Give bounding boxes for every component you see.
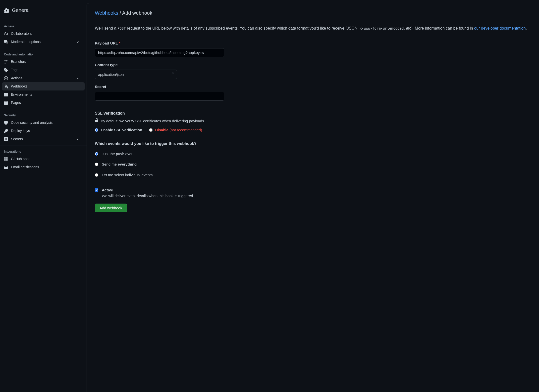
ssl-note: By default, we verify SSL certificates w…	[95, 118, 531, 124]
sidebar-label: General	[12, 6, 30, 14]
sidebar-label: Environments	[11, 92, 32, 97]
required-asterisk: *	[119, 41, 120, 45]
asterisk-icon	[4, 137, 8, 141]
gear-icon	[4, 8, 9, 13]
sidebar-label: Code security and analysis	[11, 120, 53, 125]
sidebar-label: Deploy keys	[11, 128, 30, 133]
secret-input[interactable]	[95, 92, 224, 101]
post-code: POST	[117, 26, 126, 30]
comment-discussion-icon	[4, 40, 8, 44]
divider	[95, 21, 531, 21]
browser-icon	[4, 101, 8, 105]
ssl-disable-radio[interactable]	[149, 128, 153, 132]
sidebar-label: Moderation options	[11, 39, 41, 44]
sidebar-heading-security: Security	[0, 111, 87, 119]
chevron-down-icon	[76, 40, 80, 44]
sidebar-label: Webhooks	[11, 84, 27, 89]
divider	[0, 145, 87, 145]
shield-icon	[4, 121, 8, 125]
breadcrumb-current: Add webhook	[122, 10, 152, 16]
sidebar-label: Secrets	[11, 136, 23, 142]
sidebar-label: Branches	[11, 59, 26, 64]
ssl-enable-option[interactable]: Enable SSL verification	[95, 127, 142, 133]
events-heading: Which events would you like to trigger t…	[95, 141, 531, 147]
payload-url-input[interactable]	[95, 48, 224, 57]
tag-icon	[4, 68, 8, 72]
server-icon	[4, 93, 8, 97]
main-content: Webhooks / Add webhook We'll send a POST…	[87, 3, 539, 392]
sidebar-label: Pages	[11, 100, 21, 105]
play-circle-icon	[4, 76, 8, 80]
active-check-row: Active We will deliver event details whe…	[95, 187, 531, 199]
sidebar-label: Collaborators	[11, 31, 32, 36]
git-branch-icon	[4, 60, 8, 64]
active-label: Active	[102, 187, 194, 193]
sidebar-heading-code: Code and automation	[0, 50, 87, 58]
content-type-label: Content type	[95, 62, 531, 68]
breadcrumb: Webhooks / Add webhook	[95, 9, 531, 17]
active-checkbox[interactable]	[95, 188, 98, 192]
divider	[95, 106, 531, 106]
sidebar-item-environments[interactable]: Environments	[0, 90, 87, 99]
events-everything-option[interactable]: Send me everything.	[95, 162, 531, 167]
sidebar-item-actions[interactable]: Actions	[0, 74, 87, 82]
sidebar-item-general[interactable]: General	[0, 4, 87, 18]
events-everything-radio[interactable]	[95, 163, 98, 166]
sidebar-item-moderation[interactable]: Moderation options	[0, 38, 87, 46]
sidebar-item-code-security[interactable]: Code security and analysis	[0, 119, 87, 127]
divider	[0, 48, 87, 48]
sidebar-label: Tags	[11, 67, 18, 73]
chevron-down-icon	[76, 137, 80, 141]
events-individual-option[interactable]: Let me select individual events.	[95, 172, 531, 178]
divider	[95, 136, 531, 136]
payload-url-label: Payload URL *	[95, 41, 531, 46]
sidebar-item-github-apps[interactable]: GitHub apps	[0, 155, 87, 163]
chevron-down-icon	[76, 76, 80, 80]
ssl-radio-group: Enable SSL verification Disable (not rec…	[95, 127, 531, 133]
secret-label: Secret	[95, 84, 531, 90]
people-icon	[4, 32, 8, 36]
content-type-select[interactable]: application/json	[95, 70, 177, 79]
sidebar-item-pages[interactable]: Pages	[0, 99, 87, 107]
active-desc: We will deliver event details when this …	[102, 193, 194, 199]
sidebar-item-branches[interactable]: Branches	[0, 58, 87, 66]
sidebar-item-email-notifications[interactable]: Email notifications	[0, 163, 87, 171]
enc-code: x-www-form-urlencoded	[360, 26, 404, 30]
divider	[95, 36, 531, 36]
divider	[0, 20, 87, 20]
ssl-disable-option[interactable]: Disable (not recommended)	[149, 127, 202, 133]
lock-icon	[95, 118, 99, 124]
intro-text: We'll send a POST request to the URL bel…	[95, 25, 531, 31]
divider	[95, 183, 531, 183]
ssl-enable-radio[interactable]	[95, 128, 98, 132]
events-just-radio[interactable]	[95, 152, 98, 156]
events-individual-radio[interactable]	[95, 173, 98, 177]
events-just-option[interactable]: Just the push event.	[95, 151, 531, 157]
sidebar-heading-access: Access	[0, 22, 87, 30]
sidebar-item-tags[interactable]: Tags	[0, 66, 87, 74]
sidebar-label: Email notifications	[11, 165, 39, 170]
sidebar-item-deploy-keys[interactable]: Deploy keys	[0, 127, 87, 135]
breadcrumb-separator: /	[120, 10, 121, 16]
divider	[0, 109, 87, 109]
mail-icon	[4, 165, 8, 169]
sidebar-item-secrets[interactable]: Secrets	[0, 135, 87, 143]
sidebar-label: Actions	[11, 76, 22, 81]
key-icon	[4, 129, 8, 133]
sidebar-item-webhooks[interactable]: Webhooks	[2, 82, 85, 90]
webhook-icon	[4, 85, 8, 88]
settings-sidebar: General Access Collaborators Moderation …	[0, 0, 87, 392]
add-webhook-button[interactable]: Add webhook	[95, 204, 127, 212]
sidebar-heading-integrations: Integrations	[0, 147, 87, 155]
docs-link[interactable]: our developer documentation	[474, 26, 526, 30]
sidebar-item-collaborators[interactable]: Collaborators	[0, 30, 87, 38]
ssl-heading: SSL verification	[95, 110, 531, 116]
apps-icon	[4, 157, 8, 161]
sidebar-label: GitHub apps	[11, 156, 30, 162]
breadcrumb-root-link[interactable]: Webhooks	[95, 10, 118, 16]
